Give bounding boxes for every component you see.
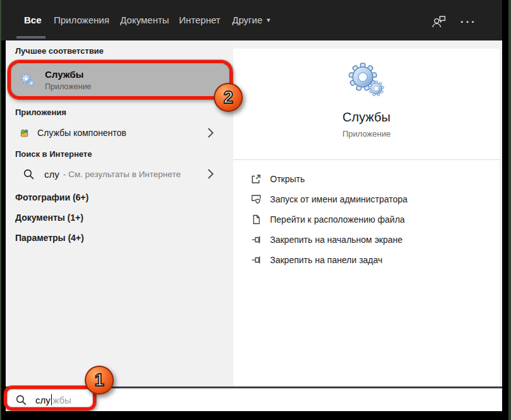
account-feedback-icon[interactable]: [431, 15, 446, 28]
start-search-window: Все Приложения Документы Интернет Другие…: [0, 0, 511, 420]
admin-shield-icon: [250, 194, 262, 205]
action-label: Перейти к расположению файла: [270, 214, 405, 225]
annotation-highlight-search: [4, 386, 96, 411]
desktop-edge-right: [508, 0, 511, 420]
pin-icon: [250, 234, 262, 245]
search-icon: [23, 168, 35, 180]
action-pin-to-start[interactable]: Закрепить на начальном экране: [233, 230, 500, 250]
result-label: Службы компонентов: [37, 128, 126, 138]
action-open[interactable]: Открыть: [233, 169, 500, 189]
apps-section-header: Приложения: [15, 108, 66, 117]
web-query-suffix: - См. результаты в Интернете: [63, 170, 181, 179]
preview-divider: [233, 159, 500, 160]
preview-app-subtitle: Приложение: [233, 129, 500, 139]
file-location-icon: [250, 214, 262, 225]
action-label: Открыть: [270, 174, 305, 184]
best-match-header: Лучшее соответствие: [15, 46, 104, 56]
active-tab-underline: [16, 36, 46, 39]
preview-card: Службы Приложение Открыть: [233, 49, 500, 387]
annotation-step-2-badge: 2: [214, 83, 243, 112]
action-open-file-location[interactable]: Перейти к расположению файла: [233, 209, 500, 230]
web-search-section-header: Поиск в Интернете: [15, 149, 92, 159]
tab-documents[interactable]: Документы: [120, 15, 169, 25]
web-query-text: слу: [44, 169, 59, 180]
desktop-edge-left: [0, 0, 1, 420]
pin-icon: [250, 254, 262, 266]
component-services-icon: [19, 128, 30, 139]
result-web-search[interactable]: слу - См. результаты в Интернете: [6, 162, 233, 186]
open-icon: [250, 173, 262, 185]
chevron-right-icon[interactable]: [207, 127, 214, 139]
action-label: Закрепить на панели задач: [270, 255, 383, 265]
more-options-icon[interactable]: ···: [460, 18, 477, 27]
services-gears-icon-large: [348, 62, 386, 98]
context-actions: Открыть Запуск от имени администратора: [233, 169, 500, 270]
tab-web[interactable]: Интернет: [179, 15, 220, 25]
group-photos[interactable]: Фотографии (6+): [15, 192, 89, 202]
tab-all[interactable]: Все: [24, 15, 42, 25]
preview-panel: Службы Приложение Открыть: [233, 40, 502, 387]
annotation-highlight-best-match: [8, 60, 233, 99]
group-settings[interactable]: Параметры (4+): [15, 233, 84, 243]
chevron-right-icon[interactable]: [207, 168, 214, 180]
action-label: Закрепить на начальном экране: [270, 235, 403, 245]
preview-app-title: Службы: [233, 110, 500, 125]
tab-apps[interactable]: Приложения: [54, 15, 109, 25]
action-run-as-admin[interactable]: Запуск от имени администратора: [233, 189, 500, 209]
search-filter-bar: Все Приложения Документы Интернет Другие…: [1, 0, 502, 40]
action-label: Запуск от имени администратора: [270, 194, 407, 204]
annotation-step-1-badge: 1: [85, 366, 114, 395]
result-component-services[interactable]: Службы компонентов: [6, 121, 233, 144]
action-pin-to-taskbar[interactable]: Закрепить на панели задач: [233, 250, 500, 270]
tab-more[interactable]: Другие▼: [232, 15, 271, 25]
chevron-down-icon: ▼: [266, 17, 271, 23]
group-documents[interactable]: Документы (1+): [15, 213, 83, 223]
